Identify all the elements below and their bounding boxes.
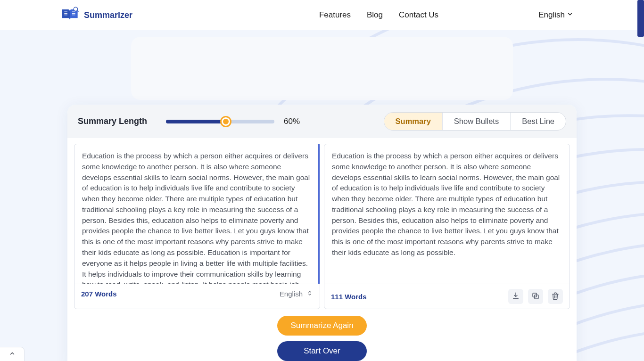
action-buttons: Summarize Again Start Over xyxy=(67,309,577,361)
output-footer: 111 Words xyxy=(324,284,570,309)
tab-best-line[interactable]: Best Line xyxy=(511,113,566,130)
output-actions xyxy=(508,289,563,304)
page-scrollbar[interactable] xyxy=(637,0,644,37)
tab-summary[interactable]: Summary xyxy=(384,113,443,130)
slider-track[interactable] xyxy=(166,120,274,123)
nav-blog[interactable]: Blog xyxy=(367,10,383,20)
slider-thumb[interactable] xyxy=(222,117,230,126)
input-language-select[interactable]: English xyxy=(280,289,313,299)
copy-button[interactable] xyxy=(528,289,543,304)
slider-percent: 60% xyxy=(284,117,300,126)
site-header: Summarizer Features Blog Contact Us Engl… xyxy=(0,0,644,30)
start-over-button[interactable]: Start Over xyxy=(277,341,367,361)
summary-length-label: Summary Length xyxy=(78,116,147,126)
chevron-up-icon xyxy=(8,350,17,359)
scroll-top-button[interactable] xyxy=(0,347,25,361)
output-word-count: 111 Words xyxy=(331,293,367,301)
hero-banner xyxy=(131,37,513,100)
language-current: English xyxy=(538,10,565,20)
input-text[interactable]: Education is the process by which a pers… xyxy=(74,144,320,284)
download-icon xyxy=(512,292,520,302)
slider-fill xyxy=(166,120,226,123)
input-language-value: English xyxy=(280,290,303,298)
summary-length-slider[interactable]: 60% xyxy=(166,117,300,126)
input-pane: Education is the process by which a pers… xyxy=(74,144,320,309)
input-footer: 207 Words English xyxy=(74,284,320,304)
copy-icon xyxy=(531,292,540,302)
download-button[interactable] xyxy=(508,289,523,304)
nav-features[interactable]: Features xyxy=(319,10,351,20)
output-text: Education is the process by which a pers… xyxy=(324,144,570,284)
output-pane: Education is the process by which a pers… xyxy=(324,144,570,309)
tab-show-bullets[interactable]: Show Bullets xyxy=(443,113,511,130)
summarizer-card: Summary Length 60% Summary Show Bullets … xyxy=(67,105,577,361)
input-word-count: 207 Words xyxy=(81,290,117,298)
nav-contact[interactable]: Contact Us xyxy=(399,10,438,20)
card-controls: Summary Length 60% Summary Show Bullets … xyxy=(67,105,577,138)
sort-arrows-icon xyxy=(306,289,313,299)
delete-button[interactable] xyxy=(548,289,563,304)
language-select[interactable]: English xyxy=(538,10,573,20)
view-tabs: Summary Show Bullets Best Line xyxy=(384,112,566,131)
brand-name: Summarizer xyxy=(84,10,132,20)
panes: Education is the process by which a pers… xyxy=(67,138,577,309)
logo[interactable]: Summarizer xyxy=(60,6,132,24)
main-nav: Features Blog Contact Us xyxy=(319,10,438,20)
book-icon xyxy=(60,6,79,24)
trash-icon xyxy=(551,292,560,302)
chevron-down-icon xyxy=(567,10,573,20)
summarize-again-button[interactable]: Summarize Again xyxy=(277,316,367,336)
